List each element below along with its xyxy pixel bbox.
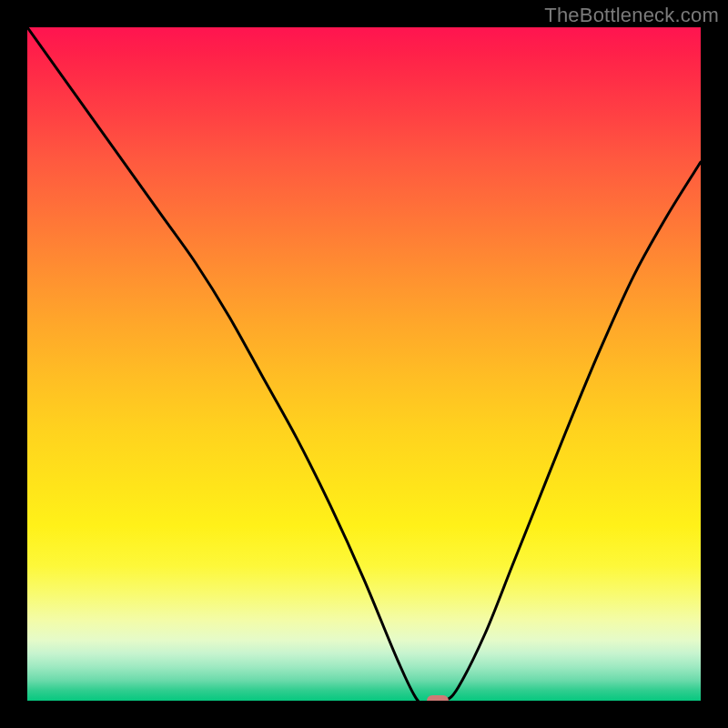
minimum-marker — [427, 695, 449, 701]
chart-frame: TheBottleneck.com — [0, 0, 728, 728]
watermark-text: TheBottleneck.com — [544, 4, 719, 27]
curve-path — [27, 27, 701, 701]
curve-layer — [27, 27, 701, 701]
plot-area — [27, 27, 701, 701]
